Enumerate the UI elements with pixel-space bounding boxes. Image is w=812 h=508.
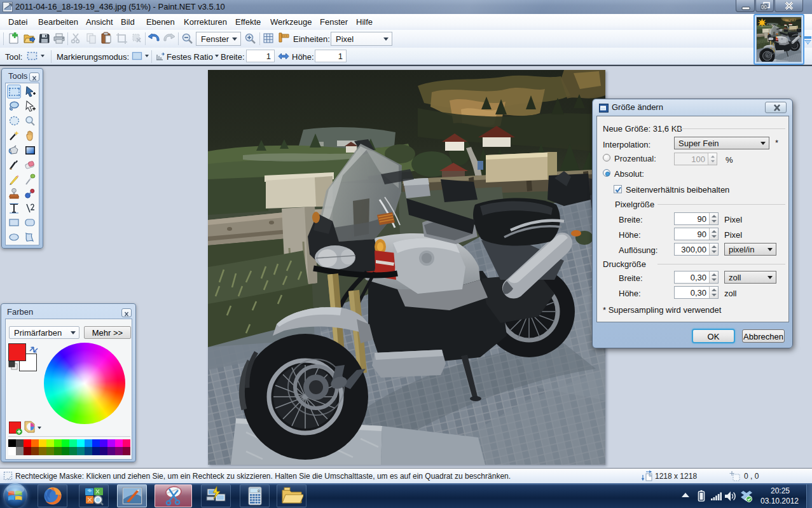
svg-text:0: 0: [258, 489, 260, 493]
